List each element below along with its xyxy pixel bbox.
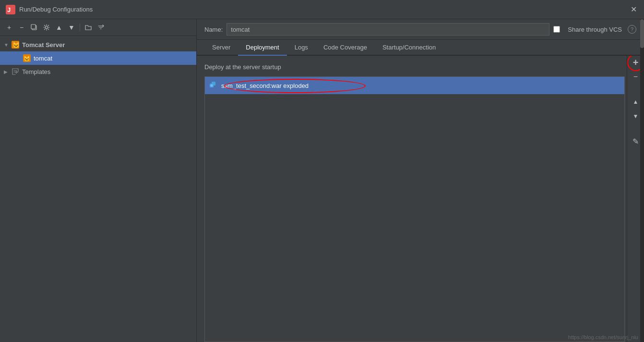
settings-button[interactable] bbox=[41, 22, 52, 33]
tomcat-server-icon: 🐱 bbox=[12, 41, 19, 49]
svg-point-4 bbox=[46, 26, 48, 29]
svg-rect-3 bbox=[31, 24, 36, 29]
tree-item-templates[interactable]: ▶ Templates bbox=[0, 65, 196, 78]
status-url: https://blog.csdn.net/sunrj_niu bbox=[568, 334, 638, 340]
deploy-item-label: ssm_test_second:war exploded bbox=[221, 82, 309, 89]
expand-arrow: ▼ bbox=[4, 42, 12, 48]
dialog-title: Run/Debug Configurations bbox=[19, 6, 638, 13]
tab-code-coverage[interactable]: Code Coverage bbox=[316, 40, 375, 56]
deploy-list: ssm_test_second:war exploded bbox=[204, 76, 625, 342]
scrollbar-track[interactable] bbox=[640, 19, 644, 342]
templates-arrow: ▶ bbox=[4, 69, 12, 74]
tab-logs[interactable]: Logs bbox=[287, 40, 316, 56]
sort-button[interactable] bbox=[95, 22, 106, 33]
svg-text:🐱: 🐱 bbox=[24, 55, 30, 62]
tomcat-label: tomcat bbox=[34, 55, 52, 62]
move-down-button[interactable]: ▼ bbox=[66, 22, 77, 33]
name-label: Name: bbox=[204, 26, 223, 33]
right-panel: Name: Share through VCS ? Server Deploym… bbox=[197, 19, 644, 342]
deploy-item[interactable]: ssm_test_second:war exploded bbox=[205, 77, 624, 94]
left-panel: + − ▲ ▼ bbox=[0, 19, 197, 342]
tomcat-icon: 🐱 bbox=[23, 54, 31, 62]
tab-deployment[interactable]: Deployment bbox=[238, 40, 286, 56]
deploy-section: Deploy at the server startup ssm_test_se… bbox=[204, 63, 644, 342]
svg-text:🐱: 🐱 bbox=[12, 41, 19, 49]
tomcat-server-label: Tomcat Server bbox=[22, 41, 65, 49]
toolbar-separator bbox=[80, 24, 80, 31]
add-config-button[interactable]: + bbox=[4, 22, 14, 33]
templates-label: Templates bbox=[22, 68, 50, 75]
tabs-bar: Server Deployment Logs Code Coverage Sta… bbox=[197, 40, 644, 56]
remove-config-button[interactable]: − bbox=[16, 22, 27, 33]
content-area: Deploy at the server startup ssm_test_se… bbox=[197, 56, 644, 342]
main-layout: + − ▲ ▼ bbox=[0, 19, 644, 342]
close-button[interactable]: ✕ bbox=[629, 5, 638, 14]
tree-item-tomcat[interactable]: 🐱 tomcat bbox=[0, 51, 196, 65]
tab-startup-connection[interactable]: Startup/Connection bbox=[375, 40, 443, 56]
status-bar: https://blog.csdn.net/sunrj_niu bbox=[562, 332, 644, 342]
scrollbar-thumb[interactable] bbox=[640, 19, 644, 48]
copy-config-button[interactable] bbox=[29, 22, 39, 33]
svg-text:J: J bbox=[7, 6, 11, 13]
name-input[interactable] bbox=[227, 23, 549, 36]
tab-server[interactable]: Server bbox=[204, 40, 238, 56]
help-icon[interactable]: ? bbox=[628, 25, 636, 34]
move-up-button[interactable]: ▲ bbox=[54, 22, 64, 33]
title-bar: J Run/Debug Configurations ✕ bbox=[0, 0, 644, 19]
share-vcs-checkbox[interactable] bbox=[553, 26, 560, 33]
app-icon: J bbox=[6, 5, 15, 14]
name-row: Name: Share through VCS ? bbox=[197, 19, 644, 40]
tree-item-tomcat-server[interactable]: ▼ 🐱 Tomcat Server bbox=[0, 38, 196, 51]
deploy-item-icon bbox=[210, 82, 217, 89]
left-toolbar: + − ▲ ▼ bbox=[0, 19, 196, 36]
templates-icon bbox=[12, 68, 19, 75]
folder-button[interactable] bbox=[83, 22, 94, 33]
config-tree: ▼ 🐱 Tomcat Server 🐱 t bbox=[0, 36, 196, 342]
deploy-section-title: Deploy at the server startup bbox=[204, 63, 625, 71]
share-vcs-label: Share through VCS bbox=[568, 26, 622, 33]
